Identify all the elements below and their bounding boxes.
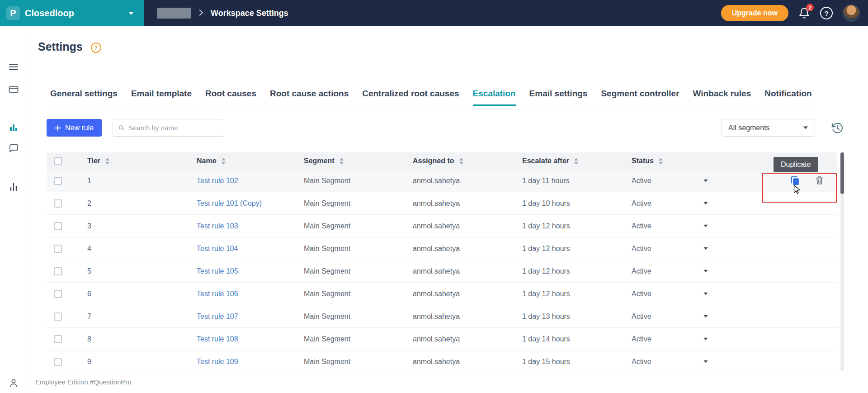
tab-root-cause-actions[interactable]: Root cause actions — [270, 89, 349, 106]
row-checkbox[interactable] — [54, 222, 62, 230]
tab-segment-controller[interactable]: Segment controller — [601, 89, 679, 106]
hamburger-icon — [8, 62, 19, 72]
chevron-down-icon — [703, 180, 708, 182]
cell-escalate-after: 1 day 12 hours — [511, 267, 621, 275]
rule-name-link[interactable]: Test rule 105 — [197, 267, 238, 275]
rule-name-link[interactable]: Test rule 101 (Copy) — [197, 199, 262, 207]
rule-name-link[interactable]: Test rule 103 — [197, 222, 238, 230]
sort-icon[interactable] — [221, 158, 226, 165]
status-select[interactable]: Active — [632, 199, 708, 208]
tab-notification[interactable]: Notification — [764, 89, 812, 106]
chevron-down-icon — [703, 247, 708, 250]
user-avatar[interactable] — [843, 5, 860, 22]
segment-filter-select[interactable]: All segments — [722, 119, 815, 137]
page-title: Settings — [38, 40, 83, 53]
status-select[interactable]: Active — [632, 267, 708, 275]
sidebar-item-feedback[interactable] — [0, 143, 27, 154]
sidebar-item-billing[interactable] — [0, 84, 27, 95]
chevron-down-icon — [703, 202, 708, 205]
row-checkbox[interactable] — [54, 245, 62, 253]
rule-name-link[interactable]: Test rule 104 — [197, 245, 238, 252]
status-select[interactable]: Active — [632, 290, 708, 298]
table-scrollbar-thumb[interactable] — [840, 152, 844, 194]
row-checkbox[interactable] — [54, 177, 62, 185]
sort-icon[interactable] — [339, 158, 344, 165]
status-select[interactable]: Active — [632, 245, 708, 253]
page-help-icon[interactable]: ? — [91, 43, 101, 53]
sort-icon[interactable] — [105, 158, 110, 165]
tabs: General settingsEmail templateRoot cause… — [50, 89, 812, 105]
rule-name-link[interactable]: Test rule 109 — [197, 358, 238, 365]
row-checkbox[interactable] — [54, 313, 62, 321]
card-icon — [8, 84, 19, 95]
sidebar-item-reports[interactable] — [0, 181, 27, 192]
mouse-cursor — [792, 185, 802, 196]
tab-general-settings[interactable]: General settings — [50, 89, 118, 106]
tab-email-settings[interactable]: Email settings — [529, 89, 588, 106]
tab-winback-rules[interactable]: Winback rules — [693, 89, 751, 106]
cell-escalate-after: 1 day 11 hours — [511, 177, 621, 185]
status-select[interactable]: Active — [632, 358, 708, 366]
row-checkbox[interactable] — [54, 335, 62, 343]
history-button[interactable] — [831, 122, 844, 134]
status-select[interactable]: Active — [632, 222, 708, 230]
sidebar-item-dashboard[interactable] — [0, 122, 27, 133]
rule-name-link[interactable]: Test rule 108 — [197, 335, 238, 343]
cell-assigned-to: anmol.sahetya — [402, 199, 511, 208]
cell-escalate-after: 1 day 12 hours — [511, 290, 621, 298]
table-row: 6Test rule 106Main Segmentanmol.sahetya1… — [47, 283, 837, 305]
notifications-button[interactable]: 2 — [798, 7, 810, 19]
new-rule-button[interactable]: New rule — [47, 119, 102, 137]
status-select[interactable]: Active — [632, 177, 708, 185]
cell-escalate-after: 1 day 15 hours — [511, 358, 621, 366]
search-input[interactable] — [128, 124, 218, 132]
tab-email-template[interactable]: Email template — [131, 89, 192, 106]
cell-assigned-to: anmol.sahetya — [402, 222, 511, 230]
sort-icon[interactable] — [459, 158, 464, 165]
help-button[interactable]: ? — [820, 7, 833, 19]
row-checkbox[interactable] — [54, 199, 62, 208]
tab-escalation[interactable]: Escalation — [473, 89, 516, 106]
status-select[interactable]: Active — [632, 335, 708, 343]
row-checkbox[interactable] — [54, 358, 62, 366]
chat-icon — [8, 143, 19, 154]
select-all-checkbox[interactable] — [54, 157, 62, 165]
plus-icon — [55, 125, 61, 131]
brand-switcher[interactable]: P Closedloop — [0, 0, 144, 26]
delete-rule-button[interactable] — [813, 175, 825, 187]
column-header-status: Status — [621, 157, 720, 165]
upgrade-now-button[interactable]: Upgrade now — [721, 5, 788, 21]
table-header: TierNameSegmentAssigned toEscalate after… — [47, 152, 837, 170]
breadcrumb-chevron-icon — [197, 9, 203, 16]
brand-dropdown-caret-icon[interactable] — [128, 12, 134, 15]
new-rule-label: New rule — [65, 124, 94, 132]
cell-segment: Main Segment — [293, 199, 402, 208]
history-icon — [831, 122, 844, 134]
cell-escalate-after: 1 day 12 hours — [511, 222, 621, 230]
status-select[interactable]: Active — [632, 313, 708, 321]
chevron-down-icon — [703, 270, 708, 273]
redacted-workspace-name — [157, 8, 191, 19]
rule-name-link[interactable]: Test rule 106 — [197, 290, 238, 298]
cell-segment: Main Segment — [293, 335, 402, 343]
search-icon — [118, 124, 124, 132]
cell-tier: 8 — [76, 335, 186, 343]
rule-name-link[interactable]: Test rule 102 — [197, 177, 238, 185]
tab-root-causes[interactable]: Root causes — [205, 89, 256, 106]
column-header-escalate-after: Escalate after — [511, 157, 621, 165]
chevron-down-icon — [703, 360, 708, 363]
status-value: Active — [632, 177, 651, 185]
sort-icon[interactable] — [658, 158, 663, 165]
sidebar-item-account[interactable] — [0, 378, 27, 388]
sort-icon[interactable] — [574, 158, 579, 165]
column-header-name: Name — [186, 157, 293, 165]
rule-name-link[interactable]: Test rule 107 — [197, 313, 238, 320]
cell-assigned-to: anmol.sahetya — [402, 335, 511, 343]
table-row: 7Test rule 107Main Segmentanmol.sahetya1… — [47, 305, 837, 328]
tab-centralized-root-causes[interactable]: Centralized root causes — [362, 89, 459, 106]
row-checkbox[interactable] — [54, 290, 62, 298]
table-row: 5Test rule 105Main Segmentanmol.sahetya1… — [47, 260, 837, 283]
sidebar-menu-button[interactable] — [0, 62, 27, 72]
cell-segment: Main Segment — [293, 290, 402, 298]
row-checkbox[interactable] — [54, 267, 62, 275]
